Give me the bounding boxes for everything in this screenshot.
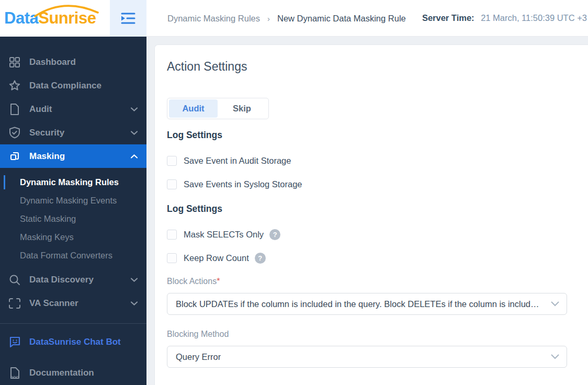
sidebar-item-label: Dashboard [29, 57, 76, 67]
field-label-text: Blocking Method [167, 330, 229, 338]
checkbox-label: Mask SELECTs Only [184, 230, 264, 240]
page-title: Action Settings [167, 59, 588, 74]
checkbox-row-keep-row-count: Keep Row Count ? [167, 252, 588, 264]
checkbox-row-audit-storage: Save Event in Audit Storage [167, 155, 588, 166]
sidebar-item-va-scanner[interactable]: VA Scanner [0, 291, 146, 315]
sidebar-item-documentation[interactable]: DOC Documentation [0, 361, 146, 384]
sidebar-item-label: Data Discovery [29, 275, 94, 285]
sidebar-item-label: DataSunrise Chat Bot [29, 337, 121, 347]
sidebar-item-data-discovery[interactable]: Data Discovery [0, 268, 146, 291]
help-icon[interactable]: ? [269, 229, 280, 240]
sidebar-item-data-compliance[interactable]: Data Compliance [0, 74, 146, 97]
top-header: Dynamic Masking Rules › New Dynamic Data… [146, 0, 588, 37]
block-actions-label: Block Actions* [167, 276, 588, 287]
chevron-down-icon [131, 301, 138, 305]
submenu-item-dynamic-masking-rules[interactable]: Dynamic Masking Rules [0, 173, 146, 191]
breadcrumb-parent-link[interactable]: Dynamic Masking Rules [167, 14, 260, 24]
sidebar-item-dashboard[interactable]: Dashboard [0, 50, 146, 74]
breadcrumb-current: New Dynamic Data Masking Rule [277, 14, 406, 24]
submenu-item-label: Dynamic Masking Rules [20, 177, 119, 187]
tab-skip[interactable]: Skip [218, 99, 266, 118]
save-event-audit-storage-checkbox[interactable] [167, 156, 177, 166]
sidebar-item-label: Documentation [29, 368, 94, 378]
dashboard-icon [8, 55, 21, 69]
submenu-item-label: Static Masking [20, 214, 76, 224]
svg-text:DOC: DOC [10, 376, 19, 379]
chevron-down-icon [131, 107, 138, 111]
masking-submenu: Dynamic Masking Rules Dynamic Masking Ev… [0, 168, 146, 268]
sidebar-divider [0, 323, 146, 324]
server-time-label: Server Time: [422, 13, 474, 22]
star-icon [8, 79, 21, 93]
blocking-method-selected-value: Query Error [176, 352, 221, 362]
sidebar-item-label: Security [29, 128, 64, 138]
block-actions-selected-value: Block UPDATEs if the column is included … [176, 299, 539, 309]
blocking-method-label: Blocking Method [167, 329, 588, 339]
keep-row-count-checkbox[interactable] [167, 253, 177, 263]
sidebar-item-label: Masking [29, 151, 65, 162]
settings-card: Action Settings Audit Skip Log Settings … [154, 44, 588, 385]
sidebar-item-label: VA Scanner [29, 298, 78, 309]
save-events-syslog-storage-checkbox[interactable] [167, 179, 177, 189]
action-tab-group: Audit Skip [167, 98, 269, 119]
collapse-menu-icon [119, 9, 138, 28]
logo-bar: DataSunrise [0, 0, 110, 37]
blocking-method-select[interactable]: Query Error [167, 346, 567, 368]
breadcrumb-separator: › [267, 14, 270, 23]
chevron-down-icon [131, 131, 138, 135]
breadcrumb: Dynamic Masking Rules › New Dynamic Data… [167, 14, 406, 24]
shield-check-icon [8, 126, 21, 140]
sidebar-item-audit[interactable]: Audit [0, 97, 146, 121]
required-asterisk: * [217, 277, 220, 286]
submenu-item-label: Data Format Converters [20, 251, 112, 261]
submenu-item-masking-keys[interactable]: Masking Keys [0, 228, 146, 246]
checkbox-row-syslog-storage: Save Events in Syslog Storage [167, 178, 588, 190]
sidebar-item-label: Data Compliance [29, 81, 101, 91]
submenu-item-dynamic-masking-events[interactable]: Dynamic Masking Events [0, 191, 146, 210]
checkbox-label: Keep Row Count [184, 253, 249, 263]
field-label-text: Block Actions [167, 277, 217, 286]
checkbox-label: Save Event in Audit Storage [184, 156, 291, 166]
tab-audit[interactable]: Audit [169, 99, 218, 118]
chevron-up-icon [131, 154, 138, 158]
server-time: Server Time: 21 March, 11:50:39 UTC +3 [422, 13, 587, 23]
chat-bot-icon [8, 335, 21, 349]
submenu-item-label: Dynamic Masking Events [20, 196, 117, 206]
sidebar-item-security[interactable]: Security [0, 121, 146, 144]
sidebar-nav: Dashboard Data Compliance Audit Security… [0, 37, 146, 385]
active-accent-bar [4, 175, 5, 189]
checkbox-row-mask-selects: Mask SELECTs Only ? [167, 229, 588, 240]
log-settings-heading-2: Log Settings [167, 203, 588, 214]
mask-selects-only-checkbox[interactable] [167, 230, 177, 240]
submenu-item-data-format-converters[interactable]: Data Format Converters [0, 246, 146, 265]
sidebar-item-masking[interactable]: Masking [0, 144, 146, 168]
block-actions-select[interactable]: Block UPDATEs if the column is included … [167, 293, 567, 315]
sidebar-collapse-button[interactable] [110, 0, 146, 37]
search-icon [8, 273, 21, 287]
help-icon[interactable]: ? [255, 253, 266, 264]
checkbox-label: Save Events in Syslog Storage [184, 179, 302, 189]
submenu-item-static-masking[interactable]: Static Masking [0, 210, 146, 228]
sidebar-item-chat-bot[interactable]: DataSunrise Chat Bot [0, 330, 146, 354]
chevron-down-icon [131, 278, 138, 282]
sidebar-item-label: Audit [29, 104, 52, 115]
server-time-value: 21 March, 11:50:39 UTC +3 [481, 13, 587, 22]
main-content-area: Action Settings Audit Skip Log Settings … [146, 37, 588, 385]
chevron-down-icon [551, 354, 559, 359]
logo-arc-icon [33, 2, 99, 18]
masking-icon [8, 150, 21, 163]
log-settings-heading-1: Log Settings [167, 129, 588, 141]
submenu-item-label: Masking Keys [20, 232, 74, 242]
document-icon [8, 103, 21, 116]
chevron-down-icon [551, 301, 559, 307]
scanner-frame-icon [8, 297, 21, 310]
doc-file-icon: DOC [8, 366, 21, 380]
